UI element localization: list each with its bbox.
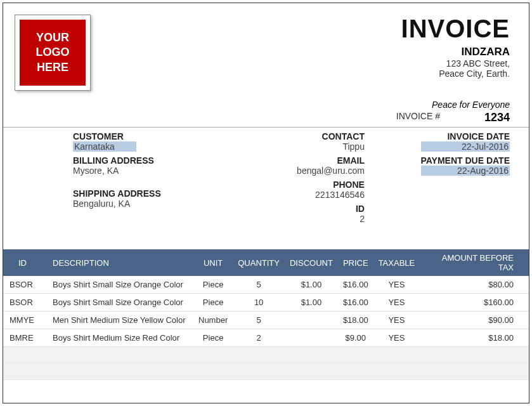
cell-unit: Piece [193, 329, 233, 347]
shipping-label: SHIPPING ADDRESS [73, 188, 232, 199]
contact-value: Tippu [232, 141, 365, 152]
title-block: INVOICE INDZARA 123 ABC Street, Peace Ci… [401, 15, 510, 79]
col-desc: DESCRIPTION [48, 249, 193, 276]
invoice-number-label: INVOICE # [396, 111, 440, 124]
invoice-page: YOUR LOGO HERE INVOICE INDZARA 123 ABC S… [3, 3, 529, 403]
invoice-date-value: 22-Jul-2016 [421, 141, 510, 152]
logo-line1: YOUR [36, 30, 70, 45]
email-value: bengal@uru.com [232, 166, 365, 176]
tagline: Peace for Everyone [432, 100, 510, 110]
cell-qty: 10 [233, 294, 285, 311]
info-section: CUSTOMER Karnataka BILLING ADDRESS Mysor… [3, 128, 529, 224]
table-row: MMYEMen Shirt Medium Size Yellow ColorNu… [3, 311, 529, 329]
company-addr2: Peace City, Earth. [401, 69, 510, 79]
phone-label: PHONE [232, 180, 365, 190]
table-row-empty [3, 347, 529, 363]
cell-discount [285, 329, 338, 347]
cell-taxable: YES [373, 329, 420, 347]
cell-qty: 5 [233, 311, 285, 329]
cell-unit: Number [193, 311, 233, 329]
cell-desc: Boys Shirt Small Size Orange Color [48, 276, 193, 294]
col-amount: AMOUNT BEFORE TAX [420, 249, 529, 276]
logo-line3: HERE [36, 60, 70, 75]
cell-discount: $1.00 [285, 294, 338, 311]
cell-unit: Piece [193, 294, 233, 311]
id-label: ID [232, 204, 365, 214]
cell-id: BSOR [3, 276, 48, 294]
col-taxable: TAXABLE [373, 249, 420, 276]
cell-discount: $1.00 [285, 276, 338, 294]
cell-price: $18.00 [338, 311, 373, 329]
table-header-row: ID DESCRIPTION UNIT QUANTITY DISCOUNT PR… [3, 249, 529, 276]
dates-column: INVOICE DATE 22-Jul-2016 PAYMENT DUE DAT… [377, 131, 510, 224]
cell-qty: 5 [233, 276, 285, 294]
document-title: INVOICE [401, 15, 510, 43]
cell-taxable: YES [373, 311, 420, 329]
header: YOUR LOGO HERE INVOICE INDZARA 123 ABC S… [3, 3, 529, 96]
cell-id: BSOR [3, 294, 48, 311]
logo-text: YOUR LOGO HERE [20, 20, 86, 86]
logo-line2: LOGO [36, 45, 70, 60]
email-label: EMAIL [232, 155, 365, 166]
tagline-row: Peace for Everyone [3, 100, 529, 110]
cell-price: $9.00 [338, 329, 373, 347]
billing-label: BILLING ADDRESS [73, 155, 232, 166]
customer-value: Karnataka [73, 141, 136, 152]
col-price: PRICE [338, 249, 373, 276]
col-qty: QUANTITY [233, 249, 285, 276]
invoice-date-label: INVOICE DATE [377, 131, 510, 141]
due-date-label: PAYMENT DUE DATE [377, 155, 510, 166]
col-unit: UNIT [193, 249, 233, 276]
table-row: BSORBoys Shirt Small Size Orange ColorPi… [3, 294, 529, 311]
cell-discount [285, 311, 338, 329]
table-row: BMREBoys Shirt Medium Size Red ColorPiec… [3, 329, 529, 347]
invoice-number-value: 1234 [446, 111, 510, 124]
line-items-table: ID DESCRIPTION UNIT QUANTITY DISCOUNT PR… [3, 249, 529, 380]
cell-amount: $90.00 [420, 311, 529, 329]
shipping-value: Bengaluru, KA [73, 199, 232, 209]
cell-desc: Boys Shirt Medium Size Red Color [48, 329, 193, 347]
cell-taxable: YES [373, 294, 420, 311]
contact-label: CONTACT [232, 131, 365, 141]
cell-desc: Boys Shirt Small Size Orange Color [48, 294, 193, 311]
cell-price: $16.00 [338, 294, 373, 311]
cell-amount: $160.00 [420, 294, 529, 311]
customer-label: CUSTOMER [73, 131, 232, 141]
phone-value: 2213146546 [232, 190, 365, 200]
cell-price: $16.00 [338, 276, 373, 294]
line-items-table-wrap: ID DESCRIPTION UNIT QUANTITY DISCOUNT PR… [3, 249, 529, 380]
company-addr1: 123 ABC Street, [401, 58, 510, 69]
col-discount: DISCOUNT [285, 249, 338, 276]
logo-placeholder: YOUR LOGO HERE [15, 15, 91, 91]
company-name: INDZARA [401, 46, 510, 58]
cell-taxable: YES [373, 276, 420, 294]
col-id: ID [3, 249, 48, 276]
customer-column: CUSTOMER Karnataka BILLING ADDRESS Mysor… [73, 131, 232, 224]
billing-value: Mysore, KA [73, 166, 232, 176]
cell-desc: Men Shirt Medium Size Yellow Color [48, 311, 193, 329]
cell-amount: $18.00 [420, 329, 529, 347]
cell-id: MMYE [3, 311, 48, 329]
due-date-value: 22-Aug-2016 [421, 166, 510, 176]
invoice-number-row: INVOICE # 1234 [3, 111, 529, 128]
cell-id: BMRE [3, 329, 48, 347]
cell-qty: 2 [233, 329, 285, 347]
cell-unit: Piece [193, 276, 233, 294]
contact-column: CONTACT Tippu EMAIL bengal@uru.com PHONE… [232, 131, 377, 224]
table-row: BSORBoys Shirt Small Size Orange ColorPi… [3, 276, 529, 294]
cell-amount: $80.00 [420, 276, 529, 294]
id-value: 2 [232, 214, 365, 224]
table-row-empty [3, 363, 529, 380]
